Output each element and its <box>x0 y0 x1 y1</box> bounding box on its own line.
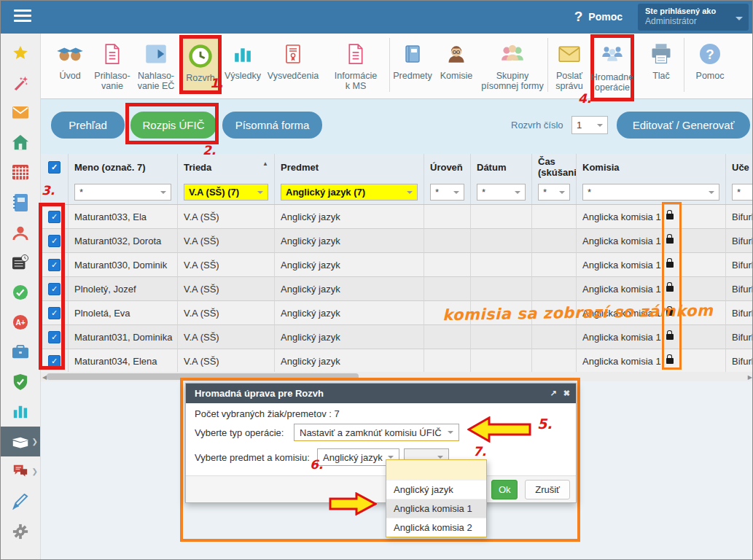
cell-cas <box>532 325 577 349</box>
cell-trieda: V.A (SŠ) <box>178 301 275 325</box>
option-label: Anglicka komisia 1 <box>394 503 472 514</box>
help-link[interactable]: ? Pomoc <box>574 9 623 25</box>
scrollbar-thumb[interactable] <box>47 373 359 380</box>
sidebar-item-messages[interactable]: ❯ <box>1 456 40 486</box>
filter-meno[interactable]: * <box>74 184 171 201</box>
sidebar-item-maturita-active[interactable]: ❯ <box>1 427 40 456</box>
toolbar-item-rozvrh[interactable]: Rozvrh <box>179 35 222 94</box>
toolbar-item-predmety[interactable]: Predmety <box>390 34 435 98</box>
question-icon: ? <box>574 9 583 25</box>
row-checkbox[interactable]: ✓ <box>48 259 61 271</box>
toolbar-item-vysledky[interactable]: Výsledky <box>222 34 264 98</box>
row-checkbox[interactable]: ✓ <box>48 355 61 368</box>
row-checkbox[interactable]: ✓ <box>48 283 61 295</box>
toolbar-item-skupiny-pisomnej-formy[interactable]: Skupiny písomnej formy <box>477 34 547 98</box>
hamburger-menu-icon[interactable] <box>14 9 31 24</box>
editovat-generovat-button[interactable]: Editovať / Generovať <box>617 112 750 139</box>
header-datum[interactable]: Dátum <box>471 154 532 180</box>
row-checkbox[interactable]: ✓ <box>48 307 61 319</box>
table-row[interactable]: ✓ Maturant031, Dominika V.A (SŠ) Anglick… <box>41 325 753 349</box>
table-row[interactable]: ✓ Plnoletá, Eva V.A (SŠ) Anglický jazyk … <box>41 301 753 325</box>
ok-button[interactable]: Ok <box>491 480 518 499</box>
header-predmet[interactable]: Predmet <box>275 154 424 180</box>
header-cas[interactable]: Čas (skúšani <box>532 154 577 180</box>
sidebar-item-notes[interactable] <box>1 486 40 516</box>
toolbar-item-hromadne-operacie[interactable]: Hromadné operácie <box>590 34 634 101</box>
chevron-down-icon <box>515 191 520 197</box>
chevron-right-icon: ❯ <box>32 467 38 475</box>
toolbar-label: Výsledky <box>225 71 261 81</box>
header-meno[interactable]: Meno (označ. 7) <box>69 154 178 180</box>
sidebar-item-settings[interactable] <box>1 516 40 546</box>
select-all-checkbox[interactable]: ✓ <box>48 161 61 174</box>
cell-datum <box>471 349 532 372</box>
table-row[interactable]: ✓ Maturant032, Dorota V.A (SŠ) Anglický … <box>41 229 753 253</box>
filter-predmet[interactable]: Anglický jazyk (7) <box>281 184 418 201</box>
filter-trieda[interactable]: V.A (SŠ) (7) <box>184 184 268 201</box>
header-trieda[interactable]: Trieda▲ <box>178 154 275 180</box>
rozvrh-cislo-select[interactable]: 1 <box>571 116 608 134</box>
toolbar-item-tlac[interactable]: Tlač <box>639 34 684 98</box>
dropdown-option[interactable]: Anglický jazyk <box>386 480 486 499</box>
komisia-value: Anglicka komisia 1 <box>582 356 661 367</box>
sidebar-item-planner[interactable] <box>1 247 40 277</box>
sidebar-item-favorites[interactable] <box>1 38 40 68</box>
sidebar-item-security[interactable] <box>1 367 40 397</box>
horizontal-scrollbar[interactable]: ◀ ▶ <box>41 372 753 381</box>
row-checkbox[interactable]: ✓ <box>48 331 61 343</box>
filter-uce[interactable]: * <box>732 184 753 201</box>
sidebar-item-persons[interactable] <box>1 217 40 247</box>
toolbar-item-nahlasovanie-ec[interactable]: Nahlaso- vanie EČ <box>133 34 179 98</box>
tab-prehlad[interactable]: Prehľad <box>51 112 125 139</box>
toolbar-item-prihlasovanie[interactable]: Prihlaso- vanie <box>92 34 133 98</box>
filter-uroven[interactable]: * <box>430 184 464 201</box>
header-uce[interactable]: Uče <box>726 154 753 180</box>
tab-pisomna-forma[interactable]: Písomná forma <box>222 112 322 139</box>
user-menu[interactable]: Ste prihlásený ako Administrátor <box>638 4 749 31</box>
toolbar-item-pomoc[interactable]: ? Pomoc <box>684 34 736 98</box>
sidebar-item-wizard[interactable] <box>1 68 40 98</box>
sidebar-item-grades[interactable]: A+ <box>1 307 40 337</box>
table-row[interactable]: ✓ Maturant034, Elena V.A (SŠ) Anglický j… <box>41 349 753 372</box>
grade-a-plus-icon: A+ <box>12 314 28 330</box>
sidebar-item-home[interactable] <box>1 128 40 158</box>
sidebar-item-mail[interactable] <box>1 98 40 128</box>
table-row[interactable]: ✓ Plnoletý, Jozef V.A (SŠ) Anglický jazy… <box>41 277 753 301</box>
operation-type-select[interactable]: Nastaviť a zamknúť komisiu ÚFIČ <box>294 424 459 441</box>
filter-komisia[interactable]: * <box>582 184 719 201</box>
cell-datum <box>471 277 532 301</box>
toolbar-item-komisie[interactable]: Komisie <box>435 34 477 98</box>
cell-uce: Bifurl <box>726 325 753 349</box>
cell-trieda: V.A (SŠ) <box>178 229 275 253</box>
toolbar-item-vysvedcenia[interactable]: Vysvedčenia <box>264 34 322 98</box>
cancel-button[interactable]: Zrušiť <box>525 480 570 499</box>
header-komisia[interactable]: Komisia <box>577 154 726 180</box>
row-checkbox[interactable]: ✓ <box>48 235 61 247</box>
bulk-edit-dialog: Hromadná úprava pre Rozvh ↗ ✖ Počet vybr… <box>185 383 577 503</box>
toolbar-item-informacie-k-ms[interactable]: Informácie k MS <box>322 34 389 98</box>
toolbar-item-poslat-spravu[interactable]: Poslať správu <box>548 34 590 98</box>
close-icon[interactable]: ✖ <box>563 389 570 398</box>
dropdown-option[interactable]: Anglická komisia 2 <box>386 518 486 537</box>
tab-rozpis-ufic[interactable]: Rozpis ÚFIČ <box>130 112 216 139</box>
row-checkbox[interactable]: ✓ <box>48 211 61 223</box>
header-uroven[interactable]: Úroveň <box>424 154 471 180</box>
filter-datum[interactable]: * <box>477 184 526 201</box>
sidebar-item-agenda[interactable] <box>1 337 40 367</box>
scroll-right-arrow[interactable]: ▶ <box>748 374 752 381</box>
toolbar-item-uvod[interactable]: Úvod <box>48 34 92 98</box>
filter-trieda-cell: V.A (SŠ) (7) <box>178 180 275 204</box>
people-group-icon <box>501 39 524 69</box>
sidebar-item-classbook[interactable] <box>1 187 40 217</box>
sidebar-item-timetable[interactable] <box>1 158 40 187</box>
dropdown-option-highlighted[interactable]: Anglicka komisia 1 <box>386 499 486 518</box>
sidebar-item-statistics[interactable] <box>1 397 40 427</box>
sidebar-item-attendance[interactable] <box>1 277 40 307</box>
toolbar-label: Rozvrh <box>186 73 215 83</box>
maximize-icon[interactable]: ↗ <box>550 389 557 398</box>
filter-cas[interactable]: * <box>538 184 570 201</box>
table-row[interactable]: ✓ Maturant030, Dominik V.A (SŠ) Anglický… <box>41 253 753 277</box>
cell-uroven <box>424 229 471 253</box>
dropdown-option-blank[interactable] <box>386 460 486 480</box>
table-row[interactable]: ✓ Maturant033, Ela V.A (SŠ) Anglický jaz… <box>41 205 753 229</box>
